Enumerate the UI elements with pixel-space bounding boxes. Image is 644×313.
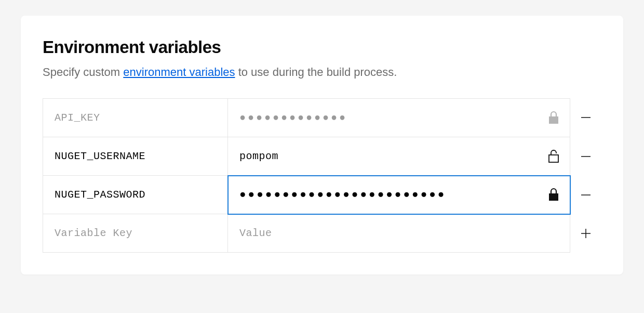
lock-toggle-button[interactable] (546, 109, 561, 126)
minus-icon (580, 111, 592, 124)
var-value-cell (228, 98, 570, 137)
var-value-input[interactable] (228, 137, 570, 175)
section-title: Environment variables (43, 37, 601, 57)
plus-icon (580, 227, 592, 240)
var-value-cell (228, 137, 570, 176)
description-suffix: to use during the build process. (235, 66, 397, 79)
var-value-input[interactable] (228, 99, 570, 137)
env-var-row (43, 98, 601, 137)
svg-rect-4 (549, 193, 558, 201)
svg-rect-2 (549, 155, 558, 162)
lock-closed-icon (548, 188, 559, 201)
new-var-key-input[interactable] (43, 214, 227, 252)
lock-toggle-button[interactable] (546, 147, 561, 165)
var-key-input[interactable] (43, 137, 227, 175)
env-var-row (43, 137, 601, 176)
env-vars-docs-link[interactable]: environment variables (123, 66, 235, 79)
new-var-value-input[interactable] (228, 214, 570, 252)
lock-open-icon (548, 149, 559, 163)
minus-icon (580, 150, 592, 163)
var-key-input[interactable] (43, 99, 227, 137)
env-var-row (43, 176, 601, 214)
var-value-cell (228, 214, 570, 253)
remove-var-button[interactable] (575, 146, 596, 167)
description-prefix: Specify custom (43, 66, 123, 79)
env-vars-table (43, 98, 601, 253)
var-value-input[interactable] (228, 176, 570, 214)
lock-closed-icon (548, 111, 559, 124)
minus-icon (580, 189, 592, 201)
lock-toggle-button[interactable] (546, 186, 561, 203)
var-value-cell (228, 176, 570, 214)
env-var-new-row (43, 214, 601, 253)
var-key-input[interactable] (43, 176, 227, 214)
section-description: Specify custom environment variables to … (43, 64, 601, 81)
env-vars-card: Environment variables Specify custom env… (21, 16, 623, 275)
add-var-button[interactable] (575, 223, 596, 244)
remove-var-button[interactable] (575, 185, 596, 205)
svg-rect-0 (549, 116, 558, 124)
remove-var-button[interactable] (575, 107, 596, 128)
